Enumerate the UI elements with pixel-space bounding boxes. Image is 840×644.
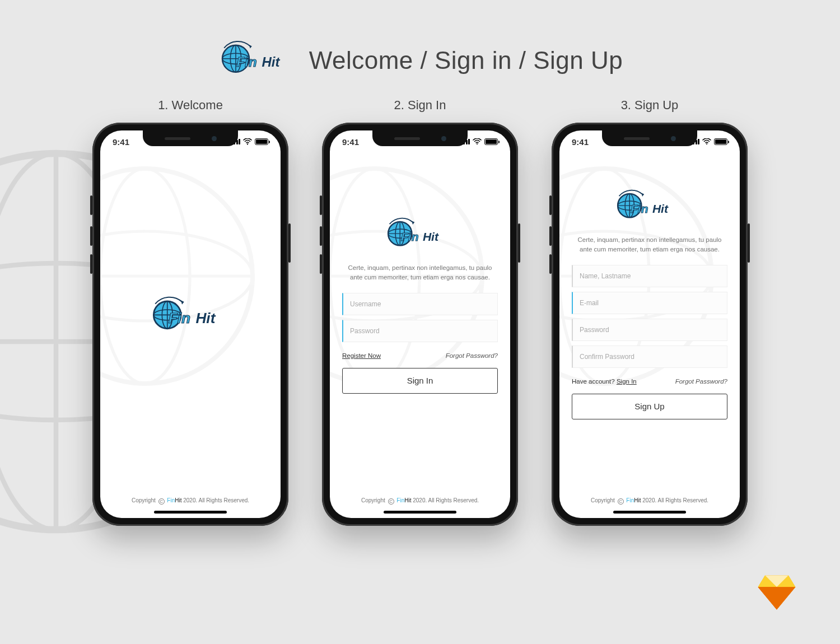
phone-notch	[602, 130, 697, 146]
email-input[interactable]: E-mail	[572, 292, 727, 314]
signin-screen: Fin Hit Certe, inquam, pertinax non inte…	[330, 130, 510, 518]
svg-text:Hit: Hit	[423, 230, 439, 243]
signin-blurb: Certe, inquam, pertinax non intellegamus…	[346, 263, 494, 283]
page-header: Fin Hit Welcome / Sign in / Sign Up	[0, 38, 840, 83]
welcome-screen: Fin Hit	[100, 130, 281, 518]
finhit-logo-icon: Fin Hit	[384, 214, 456, 255]
welcome-label: 1. Welcome	[158, 98, 223, 113]
phone-mock-signin: 9:41	[322, 123, 518, 526]
phone-mock-signup: 9:41	[552, 123, 748, 526]
svg-marker-63	[777, 587, 795, 609]
signin-button[interactable]: Sign In	[342, 368, 498, 394]
svg-text:Fin: Fin	[631, 202, 648, 215]
forgot-password-link[interactable]: Forgot Password?	[675, 378, 727, 385]
battery-icon	[714, 138, 727, 145]
phone-notch	[372, 130, 468, 146]
wifi-icon	[243, 138, 252, 145]
confirm-password-input[interactable]: Confirm Password	[572, 346, 727, 368]
svg-text:Hit: Hit	[652, 202, 669, 215]
status-time: 9:41	[572, 137, 589, 147]
have-account: Have account? Sign In	[572, 378, 637, 385]
signup-password-input[interactable]: Password	[572, 319, 727, 341]
register-link[interactable]: Register Now	[342, 352, 381, 359]
svg-text:Fin: Fin	[401, 230, 419, 243]
name-input[interactable]: Name, Lastname	[572, 265, 727, 287]
status-time: 9:41	[113, 137, 129, 147]
battery-icon	[255, 138, 268, 145]
finhit-logo-icon: Fin Hit	[148, 293, 232, 340]
finhit-logo-icon: Fin Hit	[613, 186, 686, 227]
svg-marker-64	[758, 587, 777, 609]
phone-notch	[143, 130, 238, 146]
svg-text:Fin: Fin	[236, 54, 256, 69]
battery-icon	[484, 138, 498, 145]
phone-mock-welcome: 9:41	[92, 123, 288, 526]
status-time: 9:41	[342, 137, 359, 147]
username-input[interactable]: Username	[342, 293, 498, 315]
forgot-password-link[interactable]: Forgot Password?	[446, 352, 498, 359]
password-input[interactable]: Password	[342, 320, 498, 342]
page-title: Welcome / Sign in / Sign Up	[309, 46, 623, 74]
finhit-logo-icon: Fin Hit	[217, 38, 290, 83]
svg-text:Hit: Hit	[195, 310, 216, 326]
wifi-icon	[473, 138, 482, 145]
sketch-icon	[757, 575, 796, 610]
signin-column: 2. Sign In 9:41	[322, 98, 518, 526]
signup-label: 3. Sign Up	[621, 98, 679, 113]
have-account-link[interactable]: Sign In	[617, 378, 637, 385]
signup-button[interactable]: Sign Up	[572, 394, 727, 419]
svg-point-40	[706, 143, 707, 144]
svg-text:Hit: Hit	[262, 54, 280, 69]
svg-point-28	[477, 143, 478, 144]
signup-blurb: Certe, inquam, pertinax non intellegamus…	[575, 235, 724, 255]
wifi-icon	[702, 138, 711, 145]
phones-row: 1. Welcome 9:41	[0, 98, 840, 526]
svg-point-16	[247, 143, 248, 144]
signup-column: 3. Sign Up 9:41	[552, 98, 748, 526]
signup-screen: Fin Hit Certe, inquam, pertinax non inte…	[559, 130, 740, 518]
welcome-column: 1. Welcome 9:41	[92, 98, 288, 526]
signin-label: 2. Sign In	[394, 98, 446, 113]
svg-text:Fin: Fin	[169, 310, 190, 326]
